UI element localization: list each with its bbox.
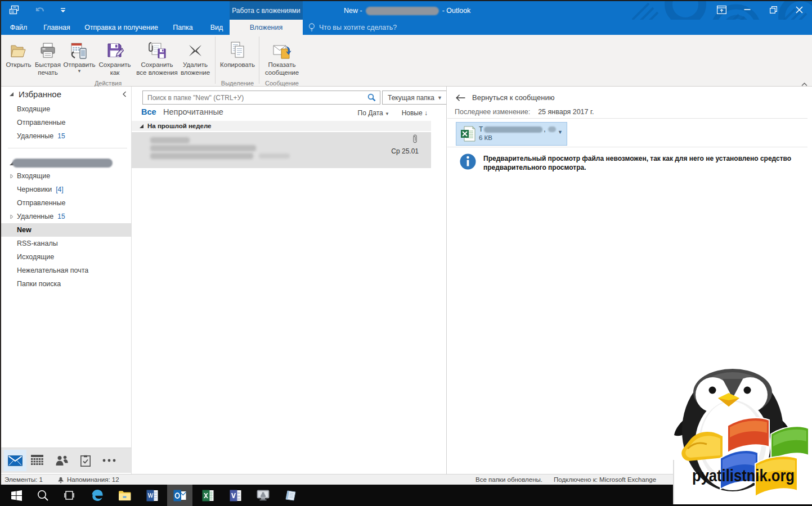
save-all-attachments-icon — [135, 40, 179, 59]
folder-new-selected[interactable]: New — [1, 223, 131, 237]
attachment-name-redacted — [548, 126, 556, 132]
window-title: New - - Outlook — [344, 6, 470, 15]
sort-order-toggle[interactable]: Новые ↓ — [402, 109, 428, 117]
send-receive-icon[interactable] — [9, 5, 20, 15]
watermark-text: pyatilistnik.org — [692, 466, 795, 485]
ribbon-group-selection: Выделение — [218, 80, 257, 87]
tab-file[interactable]: Файл — [5, 20, 33, 35]
outlook-window: Работа с вложениями New - - Outlook Файл… — [0, 0, 812, 506]
contextual-tab-group-header: Работа с вложениями — [230, 1, 303, 20]
taskbar-outlook-active[interactable] — [167, 485, 192, 506]
save-as-button[interactable]: Сохранить как — [97, 37, 133, 83]
nav-more[interactable] — [98, 450, 120, 471]
open-folder-icon — [5, 40, 33, 59]
send-dropdown-caret: ▼ — [63, 69, 96, 74]
folder-drafts[interactable]: Черновики[4] — [1, 183, 131, 196]
info-icon — [460, 153, 476, 170]
quick-print-button[interactable]: Быстрая печать — [33, 37, 63, 83]
taskbar-edge[interactable] — [84, 485, 110, 506]
show-message-icon — [262, 40, 302, 59]
show-message-button[interactable]: Показать сообщение — [262, 37, 302, 83]
favorites-header[interactable]: Избранное — [9, 89, 61, 99]
minimize-button[interactable] — [734, 1, 760, 18]
folder-favorites-sent[interactable]: Отправленные — [1, 116, 131, 129]
status-reminders[interactable]: Напоминания: 12 — [67, 476, 119, 483]
chevron-down-icon: ▼ — [385, 111, 389, 116]
taskbar-remote-app[interactable] — [250, 485, 276, 506]
undo-icon[interactable] — [35, 6, 45, 15]
remove-attachment-button[interactable]: Удалить вложение — [179, 37, 212, 83]
start-button[interactable] — [4, 485, 29, 506]
reminders-bell-icon — [57, 477, 64, 485]
folder-favorites-deleted[interactable]: Удаленные15 — [1, 129, 131, 143]
back-to-message-button[interactable]: Вернуться к сообщению — [456, 93, 555, 102]
tab-folder[interactable]: Папка — [166, 20, 200, 35]
nav-people[interactable] — [51, 450, 73, 471]
folder-favorites-inbox[interactable]: Входящие — [1, 102, 131, 116]
pane-divider[interactable] — [446, 86, 447, 474]
lightbulb-icon — [308, 23, 315, 32]
ribbon-group-actions: Действия — [5, 80, 212, 87]
send-button[interactable]: Отправить ▼ — [63, 37, 96, 83]
taskbar-visio[interactable] — [223, 485, 248, 506]
tab-attachments[interactable]: Вложения — [230, 20, 303, 35]
message-group-header[interactable]: На прошлой неделе — [132, 121, 431, 131]
ribbon-group-separator — [259, 37, 259, 84]
nav-tasks[interactable] — [74, 450, 97, 471]
window-controls — [708, 1, 812, 18]
filter-all[interactable]: Все — [141, 107, 156, 116]
message-list-pane: Текущая папка ▼ Все Непрочитанные По Дат… — [132, 86, 446, 474]
customize-qat-icon[interactable] — [60, 8, 66, 13]
close-button[interactable] — [786, 1, 812, 18]
tab-view[interactable]: Вид — [204, 20, 229, 35]
tell-me-box[interactable]: Что вы хотите сделать? — [308, 20, 397, 35]
message-subject-redacted — [150, 145, 256, 151]
nav-calendar[interactable] — [26, 450, 48, 471]
collapse-ribbon-button[interactable] — [801, 79, 807, 89]
message-date: Ср 25.01 — [391, 147, 419, 155]
save-all-attachments-button[interactable]: Сохранить все вложения — [135, 37, 179, 83]
filter-unread[interactable]: Непрочитанные — [163, 107, 223, 116]
collapse-triangle-icon — [9, 92, 14, 97]
taskbar-file-explorer[interactable] — [112, 485, 137, 506]
tab-send-receive[interactable]: Отправка и получение — [81, 20, 161, 35]
restore-button[interactable] — [760, 1, 786, 18]
search-icon[interactable] — [363, 93, 380, 102]
expand-triangle-icon[interactable] — [10, 214, 14, 219]
message-list-item[interactable]: Ср 25.01 — [132, 132, 431, 168]
expand-triangle-icon[interactable] — [10, 174, 14, 179]
folder-icon — [118, 490, 131, 501]
task-view-button[interactable] — [56, 485, 82, 506]
nav-mail[interactable] — [4, 450, 26, 471]
taskbar-notes-app[interactable] — [278, 485, 303, 506]
folder-outbox[interactable]: Исходящие — [1, 250, 131, 264]
taskbar-search-button[interactable] — [30, 485, 55, 506]
folder-deleted[interactable]: Удаленные15 — [1, 210, 131, 223]
ribbon-display-options-button[interactable] — [708, 1, 734, 18]
copy-button[interactable]: Копировать — [218, 37, 257, 83]
taskbar-excel[interactable] — [195, 485, 221, 506]
tab-home[interactable]: Главная — [37, 20, 77, 35]
search-input[interactable] — [143, 94, 363, 102]
printer-icon — [33, 40, 63, 59]
save-as-icon — [97, 40, 133, 59]
attachment-card[interactable]: Т , 6 КВ ▼ — [456, 122, 567, 146]
open-button[interactable]: Открыть — [5, 37, 33, 83]
folder-junk[interactable]: Нежелательная почта — [1, 264, 131, 277]
pane-divider[interactable] — [131, 86, 132, 474]
taskbar-word[interactable] — [140, 485, 165, 506]
minimize-folder-pane-button[interactable] — [122, 89, 127, 100]
message-preview-redacted — [150, 153, 253, 159]
folder-inbox[interactable]: Входящие — [1, 169, 131, 183]
sort-by-dropdown[interactable]: По Дата ▼ — [358, 109, 389, 117]
folder-sent[interactable]: Отправленные — [1, 196, 131, 210]
message-sender-redacted — [150, 137, 190, 143]
folder-rss[interactable]: RSS-каналы — [1, 237, 131, 250]
notes-app-icon — [285, 490, 297, 502]
back-arrow-icon — [456, 94, 465, 101]
search-scope-dropdown[interactable]: Текущая папка ▼ — [382, 91, 447, 105]
folder-search-folders[interactable]: Папки поиска — [1, 277, 131, 291]
account-header[interactable] — [1, 156, 131, 170]
attachment-dropdown-caret[interactable]: ▼ — [558, 129, 563, 135]
excel-file-icon — [460, 126, 476, 142]
